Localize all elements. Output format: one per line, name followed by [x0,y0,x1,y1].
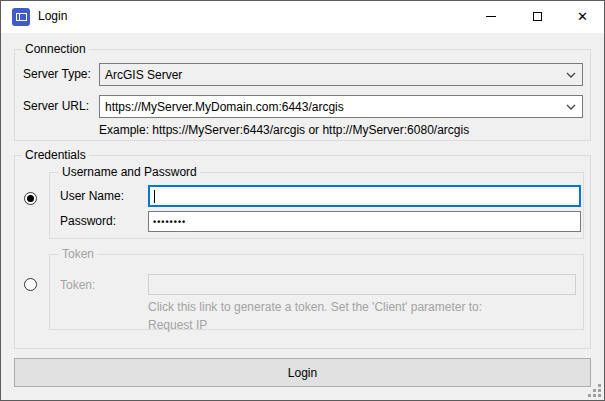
login-dialog: Login ✕ Connection Server Type: ArcGIS S… [0,0,605,401]
token-group: Token Token: Click this link to generate… [49,254,584,330]
chevron-down-icon [566,103,576,111]
server-url-label: Server URL: [23,99,89,114]
request-ip-link[interactable]: Request IP [148,318,207,333]
token-help-text: Click this link to generate a token. Set… [148,300,482,315]
minimize-button[interactable] [468,1,514,32]
token-input [149,275,575,294]
server-type-select[interactable]: ArcGIS Server [99,63,583,86]
chevron-down-icon [566,71,576,79]
user-name-input[interactable] [150,187,579,205]
resize-grip-icon[interactable] [589,385,601,397]
login-button[interactable]: Login [14,358,591,387]
text-caret [154,190,155,203]
password-input[interactable] [149,212,580,231]
app-icon [12,8,30,26]
connection-group-label: Connection [22,42,89,57]
close-button[interactable]: ✕ [560,1,605,32]
token-radio[interactable] [24,278,37,291]
credentials-group: Credentials Username and Password User N… [14,155,591,349]
username-password-group: Username and Password User Name: Passwor… [49,172,584,239]
connection-group: Connection Server Type: ArcGIS Server Se… [14,49,591,141]
password-input-wrap [148,211,581,232]
credentials-group-label: Credentials [22,148,89,163]
maximize-icon [533,12,542,21]
server-url-value: https://MyServer.MyDomain.com:6443/arcgi… [105,100,344,114]
token-group-label: Token [59,247,97,262]
server-type-value: ArcGIS Server [105,68,182,82]
titlebar: Login ✕ [1,1,604,33]
close-icon: ✕ [577,10,588,23]
username-password-radio[interactable] [24,192,37,205]
user-name-label: User Name: [60,189,124,204]
username-password-group-label: Username and Password [59,165,200,180]
user-name-input-wrap [148,185,581,207]
maximize-button[interactable] [514,1,560,32]
server-url-combobox[interactable]: https://MyServer.MyDomain.com:6443/arcgi… [99,95,583,118]
password-label: Password: [60,214,116,229]
token-input-wrap [148,274,576,295]
server-url-example-text: Example: https://MyServer:6443/arcgis or… [99,123,469,138]
server-type-label: Server Type: [23,67,91,82]
window-title: Login [38,1,67,32]
token-label: Token: [60,278,95,293]
minimize-icon [486,16,496,17]
